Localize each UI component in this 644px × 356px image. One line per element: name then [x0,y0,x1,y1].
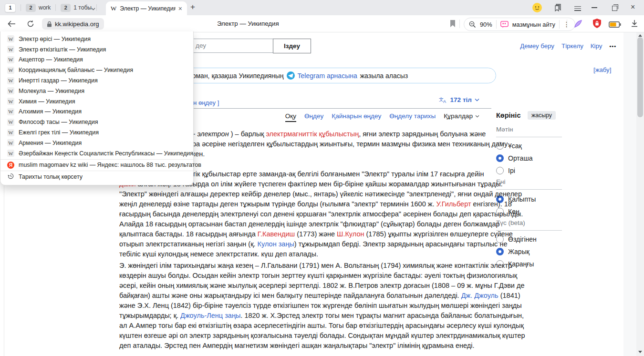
suggestion-text: Инертті газдар — Уикипедия [19,77,98,84]
scrollbar-down-arrow[interactable] [638,351,642,353]
history-suggestion[interactable]: WХимия — Уикипедия [0,96,193,107]
banner-close-link[interactable]: [жабу] [593,66,611,73]
history-suggestion[interactable]: WАлхимия — Уикипедия [0,107,193,117]
notice-edit-fragment[interactable]: н өңдеу ] [193,99,219,106]
article-text: қалыптаса бастады. 18 ғасырдың аяғында [119,230,258,238]
zoom-level[interactable]: 90% [480,21,492,28]
history-suggestion[interactable]: WЭлектр өткізгіштік — Уикипедия [0,44,193,55]
header-link-кіру[interactable]: Кіру [591,42,602,50]
appearance-section-header: Түс (beta) [496,219,562,231]
page-gutter [623,32,636,356]
side-panel-icon[interactable] [554,4,562,13]
window-minimize-button[interactable] [592,7,597,8]
tab-Қайнарын өңдеу[interactable]: Қайнарын өңдеу [332,112,381,120]
tab-Өңдеу[interactable]: Өңдеу [304,112,323,120]
wiki-link[interactable]: У.Гильберт [436,200,471,208]
radio-label: Ұсақ [508,142,522,150]
sidebar-edge-line [4,185,4,356]
wiki-link[interactable]: Джоуль-Ленц заңы [180,312,240,319]
window-restore-button[interactable] [612,6,617,11]
header-link-тіркелу[interactable]: Тіркелу [561,42,583,50]
show-full-history[interactable]: Тарихты толық көрсету [0,172,193,182]
header-more-icon[interactable]: ••• [609,43,616,49]
battery-icon[interactable] [609,21,621,30]
radio-label: Қараңғы [508,260,534,268]
zoom-out-icon[interactable] [469,21,476,28]
yandex-search-suggestion[interactable]: Яmuslim magomaev kz wiki — Яндекс: нашло… [0,160,193,171]
banner-text: жазыла аласыз [360,72,408,80]
article-line: әсері, кейін оның химиялық және жылулық … [119,282,524,289]
wiki-link[interactable]: Дж. Джоуль [461,292,499,299]
downloads-icon[interactable] [631,20,638,30]
appearance-section-header: Ені [496,178,562,190]
article-text: . 1820 ж. Х.Эрстед электр тогы мен тұрақ… [240,312,524,319]
article-line: отырып электрстатиканың негізгі заңын (қ… [119,240,507,248]
tab-group-2[interactable]: 2work [24,4,52,12]
wikipedia-icon: W [7,108,14,115]
new-tab-button[interactable]: + [190,2,195,12]
wikipedia-icon: W [7,87,14,94]
profile-avatar[interactable] [532,3,542,14]
yandex-feather-icon[interactable] [573,19,583,31]
article-text: ал А.Ампер тогы бар екі өткізгіштің өзар… [119,322,524,329]
search-button[interactable]: Іздеу [273,39,311,53]
article-tabs: ОқуӨңдеуҚайнарын өңдеуӨңделу тарихыҚұрал… [285,112,479,122]
article-line: тұжырымдарды; қ. Джоуль-Ленц заңы. 1820 … [119,312,524,319]
reload-button[interactable] [27,20,34,30]
history-suggestion[interactable]: WИнертті газдар — Уикипедия [0,75,193,86]
radio-label: Орташа [508,154,532,162]
window-close-button[interactable]: × [631,3,635,11]
menu-hamburger-icon[interactable] [574,5,581,12]
history-suggestion[interactable]: WӘзербайжан Кеңестік Социалистік Республ… [0,148,193,159]
pill-separator [496,20,497,29]
tab-Оқу[interactable]: Оқу [285,112,296,122]
history-suggestion[interactable]: WКоординациялық байланыс — Уикипедия [0,65,193,75]
radio-selected-icon[interactable] [496,248,504,255]
dropdown-separator [0,159,193,160]
article-line: және Э.Х. Ленц (1842) бір-біріне тәуелсі… [119,302,522,309]
tab-Өңделу тарихы[interactable]: Өңделу тарихы [389,112,436,120]
tab-close-icon[interactable]: × [178,5,182,12]
wiki-link[interactable]: Ш.Кулон [337,230,364,238]
scrollbar-thumb[interactable] [637,37,643,117]
tab-group-1[interactable]: 1 [3,3,18,12]
history-suggestion[interactable]: WАкцептор — Уикипедия [0,55,193,65]
read-aloud-button[interactable]: мазмұнын айту [512,21,555,28]
wiki-link[interactable]: Кулон заңы [258,240,294,248]
omnibox-suggestions-dropdown: WЭлектр өрісі — УикипедияWЭлектр өткізгі… [0,31,194,185]
read-aloud-icon [500,21,509,28]
scrollbar-up-arrow[interactable] [638,34,642,37]
back-button[interactable] [8,20,16,29]
history-suggestion[interactable]: WАрмения — Уикипедия [0,138,193,148]
article-text: электрон [197,130,229,138]
language-selector[interactable]: 文A 172 тіл [439,96,479,103]
wiki-link[interactable]: электрмагниттік құбылыстың [266,130,359,138]
history-suggestion[interactable]: WЕжелгі грек тілі — Уикипедия [0,127,193,138]
appearance-hide-button[interactable]: жасыру [528,111,556,120]
history-suggestion[interactable]: WМолекула — Уикипедия [0,86,193,96]
article-text: ғасырдың басында денелердің электрленуі … [119,210,523,218]
history-icon [7,173,14,182]
active-tab[interactable]: W Электр — Уикипедия × [106,1,187,15]
radio-option-Ірі[interactable]: Ірі [496,164,515,177]
history-suggestion[interactable]: WФилософ тасы — Уикипедия [0,117,193,127]
telegram-channel-link[interactable]: Telegram арнасына [298,72,357,80]
article-line: тебіліс күші кулондық немесе электрстати… [119,250,318,258]
protect-shield-icon[interactable] [592,19,602,31]
suggestion-text: Акцептор — Уикипедия [19,56,83,63]
toolbar-separator [567,20,567,28]
tab-group-3[interactable]: 21 тобы [59,4,93,12]
wiki-link[interactable]: Г.Кавендиш [258,230,295,238]
toolbar-separator [459,20,460,28]
radio-selected-icon[interactable] [496,154,504,162]
bookmark-flag-icon[interactable] [450,20,456,29]
header-link-демеу-беру[interactable]: Демеу беру [520,42,554,50]
history-suggestion[interactable]: WЭлектр өрісі — Уикипедия [0,34,193,44]
radio-option-Орташа[interactable]: Орташа [496,152,532,164]
tab-Құралдар[interactable]: Құралдар [444,112,479,120]
radio-icon[interactable] [496,167,504,174]
article-line: күштен өзгеше әрі ол электр зарядының қо… [119,332,525,339]
url-text: kk.wikipedia.org [55,20,99,28]
tab-groups-chevron-down-icon[interactable] [91,5,96,13]
address-bar[interactable]: kk.wikipedia.org [42,18,104,30]
